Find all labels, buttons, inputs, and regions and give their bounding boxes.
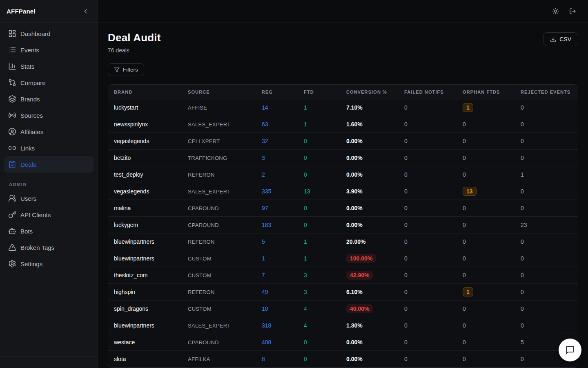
logout-icon (569, 8, 576, 15)
cell-ftd[interactable]: 4 (298, 322, 341, 329)
cell-reg[interactable]: 2 (256, 171, 298, 178)
cell-reg[interactable]: 5 (256, 238, 298, 245)
table-row[interactable]: vegaslegends CELLXPERT 32 0 0.00% 0 0 0 (108, 133, 578, 150)
cell-conversion: 42.90% (341, 272, 399, 278)
page-header: Deal Audit 76 deals CSV (108, 31, 578, 54)
sidebar-item-broken-tags[interactable]: Broken Tags (4, 239, 94, 256)
cell-reg[interactable]: 32 (256, 138, 298, 144)
sidebar-item-label: Deals (20, 161, 36, 168)
table-row[interactable]: malina CPAROUND 97 0 0.00% 0 0 0 (108, 200, 578, 217)
filters-button[interactable]: Filters (108, 63, 144, 76)
deals-table: BrandSourceRegFTDConversion %Failed Noti… (108, 84, 578, 368)
sidebar-header: AFFPanel (0, 0, 98, 23)
cell-reg[interactable]: 183 (256, 222, 298, 228)
csv-export-button[interactable]: CSV (543, 32, 578, 46)
cell-reg[interactable]: 1 (256, 255, 298, 262)
sidebar-item-stats[interactable]: Stats (4, 58, 94, 74)
sun-icon (552, 8, 559, 15)
cell-ftd[interactable]: 0 (298, 222, 341, 228)
cell-failed-notifs: 0 (399, 322, 457, 329)
table-row[interactable]: luckystart AFFISE 14 1 7.10% 0 1 0 (108, 99, 578, 116)
table-row[interactable]: highspin REFERON 49 3 6.10% 0 1 0 (108, 284, 578, 301)
cell-ftd[interactable]: 3 (298, 272, 341, 278)
sidebar-item-label: Settings (20, 260, 42, 267)
table-row[interactable]: vegaslegends SALES_EXPERT 335 13 3.90% 0… (108, 183, 578, 200)
table-row[interactable]: slota AFFILKA 8 0 0.00% 0 0 0 (108, 351, 578, 368)
cell-reg[interactable]: 14 (256, 104, 298, 111)
cell-reg[interactable]: 49 (256, 289, 298, 295)
table-row[interactable]: betzito TRAFFICKONG 3 0 0.00% 0 0 0 (108, 150, 578, 166)
cell-reg[interactable]: 97 (256, 205, 298, 211)
sidebar-item-affiliates[interactable]: Affiliates (4, 123, 94, 140)
cell-reg[interactable]: 10 (256, 305, 298, 312)
cell-ftd[interactable]: 0 (298, 171, 341, 178)
cell-rejected-events: 0 (515, 289, 578, 295)
cell-reg[interactable]: 318 (256, 322, 298, 329)
cell-orphan-ftds: 0 (457, 356, 515, 362)
cell-ftd[interactable]: 0 (298, 356, 341, 362)
sidebar-item-dashboard[interactable]: Dashboard (4, 25, 94, 42)
chat-widget-button[interactable] (559, 339, 581, 361)
cell-reg[interactable]: 63 (256, 121, 298, 128)
cell-failed-notifs: 0 (399, 205, 457, 211)
cell-failed-notifs: 0 (399, 356, 457, 362)
table-body: luckystart AFFISE 14 1 7.10% 0 1 0 newss… (108, 99, 578, 368)
theme-toggle-button[interactable] (550, 5, 561, 17)
sidebar-item-api-clients[interactable]: API Clients (4, 206, 94, 223)
logout-button[interactable] (567, 5, 578, 17)
table-row[interactable]: bluewinpartners CUSTOM 1 1 100.00% 0 0 0 (108, 250, 578, 267)
cell-brand: spin_dragons (108, 305, 182, 312)
sidebar-item-compare[interactable]: Compare (4, 74, 94, 91)
table-row[interactable]: test_deploy REFERON 2 0 0.00% 0 0 1 (108, 166, 578, 183)
cell-reg[interactable]: 3 (256, 155, 298, 161)
cell-ftd[interactable]: 0 (298, 339, 341, 346)
column-header: Source (182, 90, 256, 94)
table-row[interactable]: theslotz_com CUSTOM 7 3 42.90% 0 0 0 (108, 267, 578, 284)
cell-ftd[interactable]: 1 (298, 121, 341, 128)
cell-reg[interactable]: 335 (256, 188, 298, 195)
sidebar-item-links[interactable]: Links (4, 140, 94, 156)
cell-conversion: 0.00% (341, 222, 399, 228)
cell-rejected-events: 0 (515, 305, 578, 312)
cell-ftd[interactable]: 1 (298, 255, 341, 262)
cell-ftd[interactable]: 3 (298, 289, 341, 295)
cell-ftd[interactable]: 0 (298, 155, 341, 161)
sidebar-item-label: Events (20, 47, 39, 54)
sidebar-item-deals[interactable]: Deals (4, 156, 94, 173)
cell-brand: bluewinpartners (108, 255, 182, 262)
cell-ftd[interactable]: 0 (298, 138, 341, 144)
cell-brand: newsspinlynx (108, 121, 182, 128)
sidebar-item-users[interactable]: Users (4, 190, 94, 206)
cell-ftd[interactable]: 0 (298, 205, 341, 211)
cell-orphan-ftds: 0 (457, 238, 515, 245)
sidebar-bottom-divider (0, 357, 98, 357)
column-header: Conversion % (341, 90, 399, 94)
sidebar-collapse-button[interactable] (80, 6, 91, 17)
cell-reg[interactable]: 8 (256, 356, 298, 362)
table-row[interactable]: newsspinlynx SALES_EXPERT 63 1 1.60% 0 0… (108, 116, 578, 133)
table-row[interactable]: spin_dragons CUSTOM 10 4 40.00% 0 0 0 (108, 301, 578, 317)
cell-reg[interactable]: 7 (256, 272, 298, 278)
cell-orphan-ftds: 0 (457, 138, 515, 144)
table-row[interactable]: westace CPAROUND 408 0 0.00% 0 0 5 (108, 334, 578, 351)
column-header: Reg (256, 90, 298, 94)
table-row[interactable]: bluewinpartners SALES_EXPERT 318 4 1.30%… (108, 317, 578, 334)
cell-rejected-events: 0 (515, 322, 578, 329)
cell-ftd[interactable]: 1 (298, 238, 341, 245)
cell-conversion: 40.00% (341, 305, 399, 312)
sidebar-item-sources[interactable]: Sources (4, 107, 94, 123)
sidebar-item-brands[interactable]: Brands (4, 91, 94, 107)
cell-failed-notifs: 0 (399, 339, 457, 346)
sidebar-item-bots[interactable]: Bots (4, 223, 94, 239)
sidebar-item-events[interactable]: Events (4, 42, 94, 58)
cell-failed-notifs: 0 (399, 238, 457, 245)
sidebar-item-settings[interactable]: Settings (4, 256, 94, 272)
table-row[interactable]: bluewinpartners REFERON 5 1 20.00% 0 0 0 (108, 233, 578, 250)
cell-ftd[interactable]: 13 (298, 188, 341, 195)
cell-ftd[interactable]: 4 (298, 305, 341, 312)
sidebar-item-label: API Clients (20, 211, 51, 218)
sidebar-item-label: Compare (20, 79, 46, 86)
cell-ftd[interactable]: 1 (298, 104, 341, 111)
cell-reg[interactable]: 408 (256, 339, 298, 346)
table-row[interactable]: luckygem CPAROUND 183 0 0.00% 0 0 23 (108, 217, 578, 233)
